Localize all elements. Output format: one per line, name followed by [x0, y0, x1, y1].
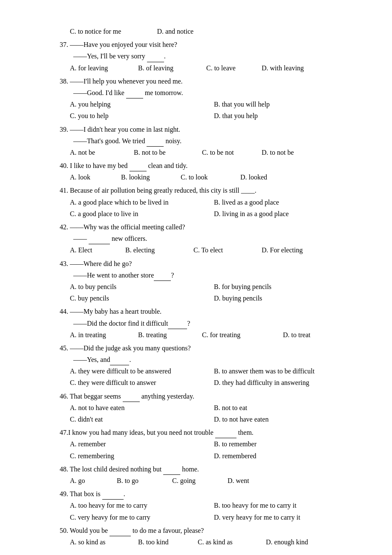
question-text: 49. That box is . — [60, 488, 358, 500]
opt-d: D. to not be — [262, 147, 294, 158]
question-50: 50. Would you be to do me a favour, plea… — [60, 525, 358, 548]
options-grid: A. you helping B. that you will help C. … — [60, 98, 358, 121]
opt-c: C. to look — [181, 171, 240, 183]
opt-c: C. didn't eat — [70, 413, 214, 425]
opt-c: C. a good place to live in — [70, 208, 214, 220]
opt-b: B. for buying pencils — [214, 281, 358, 292]
opt-a: A. so kind as — [70, 536, 138, 548]
opt-a: A. for leaving — [70, 62, 138, 74]
question-text: 39. ——I didn't hear you come in last nig… — [60, 124, 358, 135]
options-grid: A. too heavy for me to carry B. too heav… — [60, 500, 358, 523]
opt-b: B. to go — [117, 475, 172, 486]
opt-c: C. as kind as — [198, 536, 266, 548]
question-44: 44. ——My baby has a heart trouble. ——Did… — [60, 306, 358, 341]
exam-content: C. to notice for me D. and notice 37. ——… — [60, 26, 358, 548]
opt-c: C. remembering — [70, 450, 214, 462]
opt-a: A. in treating — [70, 329, 138, 341]
question-sub: ——Yes, I'll be very sorry . — [60, 50, 358, 62]
opt-d: D. they had difficulty in answering — [214, 377, 358, 388]
opt-d: D. remembered — [214, 450, 358, 462]
opt-a: A. they were difficult to be answered — [70, 365, 214, 377]
question-text: 48. The lost child desired nothing but h… — [60, 463, 358, 475]
question-text: 44. ——My baby has a heart trouble. — [60, 306, 358, 317]
opt-c: C. for treating — [202, 329, 283, 341]
question-text: 45. ——Did the judge ask you many questio… — [60, 342, 358, 354]
question-46: 46. That beggar seems anything yesterday… — [60, 390, 358, 425]
opt-a: A. remember — [70, 438, 214, 450]
question-38: 38. ——I'll help you whenever you need me… — [60, 75, 358, 122]
options-row: A. so kind as B. too kind C. as kind as … — [60, 536, 358, 548]
cd-options: C. to notice for me D. and notice — [60, 26, 358, 37]
opt-a: A. you helping — [70, 98, 214, 110]
opt-b: B. electing — [125, 244, 193, 256]
opt-a: A. to buy pencils — [70, 281, 214, 292]
opt-b: B. not to eat — [214, 402, 358, 413]
options-row: A. for leaving B. of leaving C. to leave… — [60, 62, 358, 74]
question-sub: ——That's good. We tried noisy. — [60, 135, 358, 147]
opt-b: B. lived as a good place — [214, 197, 358, 208]
question-37: 37. ——Have you enjoyed your visit here? … — [60, 39, 358, 74]
question-47: 47.I know you had many ideas, but you ne… — [60, 427, 358, 462]
opt-c: C. they were difficult to answer — [70, 377, 214, 388]
opt-c: C. buy pencils — [70, 292, 214, 304]
question-text: 38. ——I'll help you whenever you need me… — [60, 75, 358, 87]
options-grid: A. remember B. to remember C. rememberin… — [60, 438, 358, 461]
opt-a: A. Elect — [70, 244, 125, 256]
question-49: 49. That box is . A. too heavy for me to… — [60, 488, 358, 523]
options-grid: A. to buy pencils B. for buying pencils … — [60, 281, 358, 304]
question-sub: ——Yes, and. — [60, 354, 358, 365]
question-40: 40. I like to have my bed clean and tidy… — [60, 160, 358, 183]
options-row: A. not be B. not to be C. to be not D. t… — [60, 147, 358, 158]
opt-d: D. to not have eaten — [214, 413, 358, 425]
opt-b: B. not to be — [134, 147, 202, 158]
question-text: 42. ——Why was the official meeting calle… — [60, 221, 358, 233]
opt-a: A. look — [70, 171, 121, 183]
question-sub: ——Good. I'd like me tomorrow. — [60, 87, 358, 98]
question-42: 42. ——Why was the official meeting calle… — [60, 221, 358, 256]
question-39: 39. ——I didn't hear you come in last nig… — [60, 124, 358, 159]
opt-b: B. treating — [138, 329, 202, 341]
question-sub: —— new officers. — [60, 233, 358, 244]
question-text: 43. ——Where did he go? — [60, 258, 358, 269]
question-text: 50. Would you be to do me a favour, plea… — [60, 525, 358, 536]
opt-d: D. that you help — [214, 110, 358, 121]
opt-c: C. to leave — [206, 62, 262, 74]
opt-d: D. to treat — [283, 329, 310, 341]
options-row: A. look B. looking C. to look D. looked — [60, 171, 358, 183]
option-d: D. and notice — [157, 28, 193, 35]
opt-c: C. you to help — [70, 110, 214, 121]
question-43: 43. ——Where did he go? ——He went to anot… — [60, 258, 358, 304]
options-row: A. Elect B. electing C. To elect D. For … — [60, 244, 358, 256]
opt-d: D. buying pencils — [214, 292, 358, 304]
opt-b: B. looking — [121, 171, 181, 183]
opt-a: A. a good place which to be lived in — [70, 197, 214, 208]
question-text: 37. ——Have you enjoyed your visit here? — [60, 39, 358, 50]
question-text: 40. I like to have my bed clean and tidy… — [60, 160, 358, 171]
opt-b: B. too kind — [138, 536, 198, 548]
opt-a: A. go — [70, 475, 117, 486]
options-grid: A. a good place which to be lived in B. … — [60, 197, 358, 220]
question-45: 45. ——Did the judge ask you many questio… — [60, 342, 358, 389]
question-text: 46. That beggar seems anything yesterday… — [60, 390, 358, 402]
opt-d: D. went — [228, 475, 249, 486]
opt-b: B. to remember — [214, 438, 358, 450]
options-row: A. in treating B. treating C. for treati… — [60, 329, 358, 341]
opt-d: D. looked — [240, 171, 267, 183]
opt-a: A. not to have eaten — [70, 402, 214, 413]
opt-b: B. to answer them was to be difficult — [214, 365, 358, 377]
options-row: A. go B. to go C. going D. went — [60, 475, 358, 486]
opt-d: D. very heavy for me to carry it — [214, 512, 358, 523]
opt-d: D. enough kind — [266, 536, 308, 548]
opt-c: C. To elect — [193, 244, 262, 256]
question-text: 47.I know you had many ideas, but you ne… — [60, 427, 358, 438]
question-text: 41. Because of air pollution being great… — [60, 185, 358, 196]
question-41: 41. Because of air pollution being great… — [60, 185, 358, 220]
question-48: 48. The lost child desired nothing but h… — [60, 463, 358, 486]
question-sub: ——Did the doctor find it difficult? — [60, 318, 358, 329]
opt-c: C. to be not — [202, 147, 262, 158]
opt-a: A. too heavy for me to carry — [70, 500, 214, 511]
opt-d: D. For electing — [262, 244, 303, 256]
options-grid: A. they were difficult to be answered B.… — [60, 365, 358, 388]
option-c: C. to notice for me — [70, 28, 121, 35]
opt-b: B. that you will help — [214, 98, 358, 110]
